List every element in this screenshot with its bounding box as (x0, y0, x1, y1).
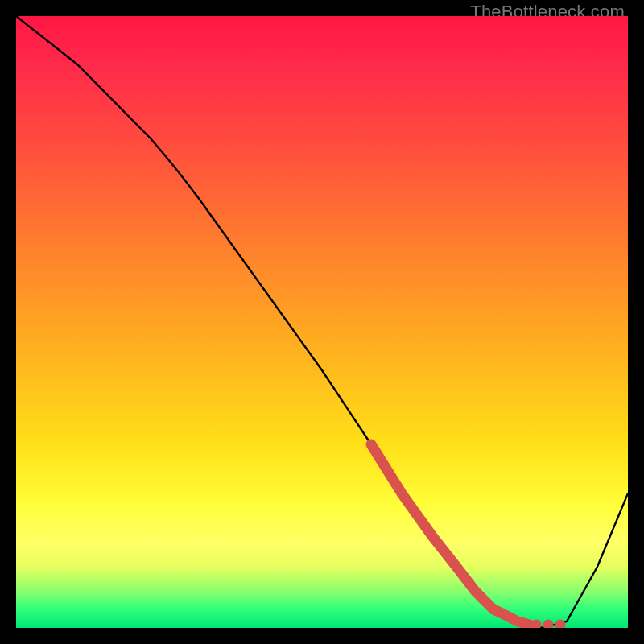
dotted-highlight (371, 444, 530, 625)
chart-frame: TheBottleneck.com (0, 0, 644, 644)
trail-dot-2 (543, 620, 554, 629)
plot-area (16, 16, 628, 628)
bottleneck-curve (16, 16, 628, 628)
trail-dot-3 (555, 620, 566, 629)
curve-layer (16, 16, 628, 628)
